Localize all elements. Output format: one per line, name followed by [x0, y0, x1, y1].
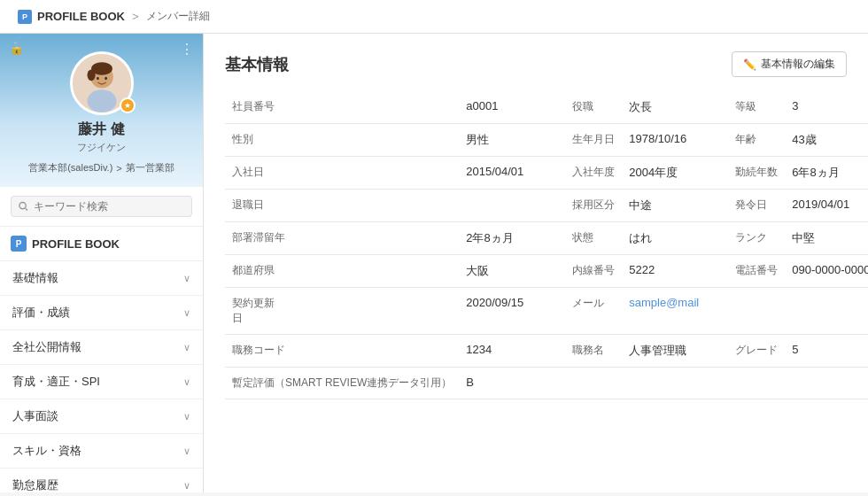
svg-point-6 — [105, 77, 107, 81]
field-value-6-1[interactable]: sample@mail — [622, 288, 728, 335]
nav-item-label-3: 育成・適正・SPI — [12, 374, 100, 390]
sidebar: 🔒 ⋮ — [0, 34, 204, 492]
nav-item-3[interactable]: 育成・適正・SPI∨ — [0, 365, 203, 399]
content-header: 基本情報 ✏️ 基本情報の編集 — [225, 51, 847, 77]
svg-point-4 — [87, 69, 95, 81]
table-row-6: 契約更新 日2020/09/15メールsample@mail — [225, 288, 868, 335]
nav-chevron-2: ∨ — [183, 342, 190, 353]
dept1: 営業本部(salesDiv.) — [28, 161, 112, 174]
search-wrap — [11, 196, 192, 217]
svg-point-1 — [87, 89, 116, 112]
nav-item-5[interactable]: スキル・資格∨ — [0, 434, 203, 469]
profile-dept: 営業本部(salesDiv.) > 第一営業部 — [14, 161, 189, 174]
dept2: 第一営業部 — [126, 161, 174, 174]
field-label-1-2: 年齢 — [728, 124, 785, 157]
field-label-3-0: 退職日 — [225, 190, 459, 222]
table-row-7: 職務コード1234職務名人事管理職グレード5 — [225, 335, 868, 368]
field-label-3-1: 採用区分 — [565, 190, 622, 222]
table-row-4: 部署滞留年2年8ヵ月状態はれランク中堅 — [225, 222, 868, 255]
field-label-2-1: 入社年度 — [565, 157, 622, 190]
sidebar-logo: P PROFILE BOOK — [0, 227, 203, 261]
field-label-7-2: グレード — [728, 335, 785, 368]
field-value-3-1: 中途 — [622, 190, 728, 222]
field-label-8-0: 暫定評価（SMART REVIEW連携データ引用） — [225, 368, 459, 399]
field-value-1-1: 1978/10/16 — [622, 124, 728, 157]
sidebar-logo-label: PROFILE BOOK — [32, 237, 120, 251]
table-row-2: 入社日2015/04/01入社年度2004年度勤続年数6年8ヵ月 — [225, 157, 868, 190]
content-area: 基本情報 ✏️ 基本情報の編集 社員番号a0001役職次長等級3性別男性生年月日… — [204, 34, 868, 492]
field-label-5-1: 内線番号 — [565, 255, 622, 288]
nav-item-label-5: スキル・資格 — [12, 443, 81, 459]
field-label-6-1: メール — [565, 288, 622, 335]
field-label-3-2: 発令日 — [728, 190, 785, 222]
field-value-0-2: 3 — [785, 91, 868, 124]
sidebar-logo-icon: P — [11, 236, 27, 252]
lock-icon: 🔒 — [9, 41, 24, 55]
nav-item-2[interactable]: 全社公開情報∨ — [0, 330, 203, 365]
field-label-7-1: 職務名 — [565, 335, 622, 368]
info-table: 社員番号a0001役職次長等級3性別男性生年月日1978/10/16年齢43歳入… — [225, 91, 868, 399]
field-value-7-1: 人事管理職 — [622, 335, 728, 368]
more-icon[interactable]: ⋮ — [180, 41, 194, 58]
nav-item-label-6: 勤怠履歴 — [12, 477, 58, 492]
field-value-2-1: 2004年度 — [622, 157, 728, 190]
field-label-7-0: 職務コード — [225, 335, 459, 368]
avatar-badge: ★ — [120, 97, 136, 113]
avatar-wrap: ★ — [70, 51, 134, 120]
field-value-6-0: 2020/09/15 — [459, 288, 565, 335]
table-row-8: 暫定評価（SMART REVIEW連携データ引用）B — [225, 368, 868, 399]
section-title: 基本情報 — [225, 54, 289, 75]
field-value-1-0: 男性 — [459, 124, 565, 157]
edit-button[interactable]: ✏️ 基本情報の編集 — [732, 51, 847, 77]
field-value-5-0: 大阪 — [459, 255, 565, 288]
field-value-5-2: 090-0000-0000 — [785, 255, 868, 288]
nav-item-label-0: 基礎情報 — [12, 270, 58, 286]
nav-item-4[interactable]: 人事面談∨ — [0, 399, 203, 434]
breadcrumb: メンバー詳細 — [146, 9, 210, 24]
field-label-6-0: 契約更新 日 — [225, 288, 459, 335]
nav-list: 基礎情報∨評価・成績∨全社公開情報∨育成・適正・SPI∨人事面談∨スキル・資格∨… — [0, 261, 203, 492]
field-value-2-2: 6年8ヵ月 — [785, 157, 868, 190]
field-label-5-2: 電話番号 — [728, 255, 785, 288]
field-value-3-2: 2019/04/01 — [785, 190, 868, 222]
header-logo: P PROFILE BOOK — [18, 10, 125, 24]
svg-line-8 — [26, 208, 27, 210]
field-label-1-0: 性別 — [225, 124, 459, 157]
field-label-4-2: ランク — [728, 222, 785, 255]
search-area — [0, 187, 203, 227]
field-label-0-2: 等級 — [728, 91, 785, 124]
main-layout: 🔒 ⋮ — [0, 34, 868, 492]
field-label-0-1: 役職 — [565, 91, 622, 124]
field-value-8-0: B — [459, 368, 868, 399]
field-label-1-1: 生年月日 — [565, 124, 622, 157]
field-value-4-1: はれ — [622, 222, 728, 255]
search-input[interactable] — [34, 200, 184, 213]
nav-chevron-3: ∨ — [183, 376, 190, 388]
field-value-7-2: 5 — [785, 335, 868, 368]
field-value-2-0: 2015/04/01 — [459, 157, 565, 190]
field-label-2-0: 入社日 — [225, 157, 459, 190]
profile-name: 藤井 健 — [14, 120, 189, 139]
field-label-4-0: 部署滞留年 — [225, 222, 459, 255]
field-value-3-0 — [459, 190, 565, 222]
field-label-6-2 — [728, 288, 785, 335]
svg-point-5 — [97, 77, 99, 81]
nav-chevron-6: ∨ — [183, 480, 190, 492]
dept-sep: > — [116, 163, 121, 174]
nav-chevron-5: ∨ — [183, 446, 190, 457]
table-row-3: 退職日採用区分中途発令日2019/04/01 — [225, 190, 868, 222]
field-value-6-2 — [785, 288, 868, 335]
table-row-5: 都道府県大阪内線番号5222電話番号090-0000-0000 — [225, 255, 868, 288]
svg-point-7 — [19, 202, 26, 208]
nav-item-0[interactable]: 基礎情報∨ — [0, 261, 203, 296]
field-value-5-1: 5222 — [622, 255, 728, 288]
header-separator: > — [132, 10, 139, 23]
field-value-0-1: 次長 — [622, 91, 728, 124]
edit-icon: ✏️ — [743, 58, 756, 71]
nav-item-1[interactable]: 評価・成績∨ — [0, 296, 203, 330]
nav-item-6[interactable]: 勤怠履歴∨ — [0, 469, 203, 492]
field-value-7-0: 1234 — [459, 335, 565, 368]
field-value-1-2: 43歳 — [785, 124, 868, 157]
nav-chevron-0: ∨ — [183, 273, 190, 284]
field-label-0-0: 社員番号 — [225, 91, 459, 124]
